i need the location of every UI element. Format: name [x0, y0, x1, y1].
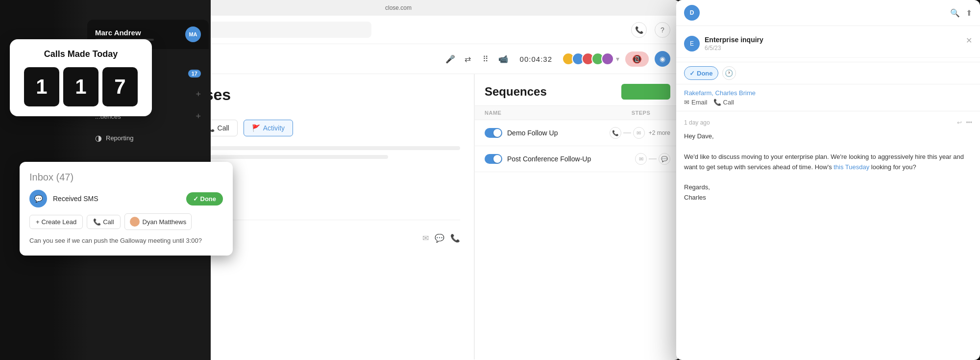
seq-step-phone: 📞 — [610, 127, 621, 139]
header-icons: 📞 ? — [631, 22, 670, 38]
calls-today-title: Calls Made Today — [20, 49, 142, 59]
email-body-meta: 1 day ago ↩ ••• — [684, 118, 972, 128]
inbox-count: (47) — [56, 172, 74, 182]
email-body-time: 1 day ago — [684, 118, 710, 128]
create-lead-btn[interactable]: + Create Lead — [29, 215, 83, 229]
sequences-add-btn[interactable] — [621, 84, 670, 100]
email-avatar: D — [684, 5, 700, 21]
seq-toggle-1[interactable] — [485, 128, 502, 138]
inbox-call-icon: 📞 — [93, 218, 101, 226]
end-call-btn[interactable]: 📵 — [625, 51, 649, 67]
digit-1: 1 — [24, 67, 59, 106]
sidebar-badge-17: 17 — [188, 70, 201, 77]
email-sign-off: Regards, — [684, 182, 972, 193]
email-tag-clock[interactable]: 🕐 — [722, 66, 736, 80]
transfer-btn[interactable]: ⇄ — [461, 52, 475, 66]
seq-name-2: Post Conference Follow-Up — [507, 155, 597, 163]
done-label: Done — [200, 195, 217, 203]
seq-col-name: NAME — [485, 110, 612, 116]
done-check-icon-2: ✓ — [689, 70, 695, 77]
seq-row-2: Post Conference Follow-Up ✉ 💬 — [475, 146, 680, 172]
inbox-call-label: Call — [103, 218, 114, 226]
email-list-avatar: E — [684, 36, 700, 51]
email-action-call[interactable]: 📞 Call — [713, 99, 734, 106]
email-body-text: We'd like to discuss moving to your ente… — [684, 152, 972, 173]
email-avatar-initial: D — [690, 9, 694, 16]
seq-step-chat-2: 💬 — [659, 153, 670, 165]
mute-btn[interactable]: 🎤 — [443, 52, 457, 66]
seq-step-line-2 — [649, 158, 657, 159]
seq-col-steps: STEPS — [612, 110, 670, 116]
call-label: Call — [218, 124, 229, 132]
email-body-line2: looking for you? — [869, 163, 916, 171]
email-sender-person: Charles Brime — [715, 89, 756, 97]
seq-steps-1: 📞 ✉ +2 more — [602, 127, 670, 139]
email-body: 1 day ago ↩ ••• Hey Dave, We'd like to d… — [676, 111, 980, 210]
digit-2: 1 — [63, 67, 98, 106]
inbox-title: Inbox — [29, 172, 56, 182]
email-search-icon[interactable]: 🔍 — [950, 8, 960, 18]
inbox-done-btn[interactable]: ✓ Done — [186, 192, 223, 206]
video-btn[interactable]: 📹 — [496, 52, 510, 66]
email-link[interactable]: this Tuesday — [833, 163, 869, 171]
email-action-email[interactable]: ✉ Email — [684, 99, 708, 106]
done-check-icon: ✓ — [193, 195, 198, 203]
sequences-panel: Sequences NAME STEPS Demo Follow Up 📞 ✉ … — [474, 74, 680, 360]
email-header-icons: 🔍 ⬆ — [950, 8, 972, 18]
email-share-icon[interactable]: ⬆ — [966, 8, 972, 18]
seq-table-header: NAME STEPS — [475, 105, 680, 120]
contact-phone-icon[interactable]: 📞 — [450, 233, 460, 243]
email-body-meta-icons: ↩ ••• — [957, 118, 972, 128]
inbox-actions: + Create Lead 📞 Call Dyan Matthews — [29, 213, 223, 230]
email-close-btn[interactable]: ✕ — [966, 36, 972, 45]
reporting-label: Reporting — [106, 134, 133, 142]
inbox-call-btn[interactable]: 📞 Call — [87, 215, 120, 229]
help-icon-btn[interactable]: ? — [655, 22, 670, 38]
inbox-panel: Inbox (47) 💬 Received SMS ✓ Done + Creat… — [20, 162, 233, 256]
seq-toggle-2[interactable] — [485, 154, 502, 164]
email-list-date: 6/5/23 — [705, 45, 961, 51]
email-action-email-icon: ✉ — [684, 99, 689, 106]
email-list-item[interactable]: E Enterprise inquiry 6/5/23 ✕ — [676, 30, 980, 58]
sidebar-plus-icon[interactable]: + — [196, 89, 201, 100]
email-action-email-label: Email — [691, 99, 708, 106]
email-list-initial: E — [690, 40, 694, 47]
activity-icon: 🚩 — [252, 124, 260, 132]
email-panel-header: D 🔍 ⬆ — [676, 0, 980, 26]
assignee-btn[interactable]: Dyan Matthews — [124, 213, 192, 230]
email-signer: Charles — [684, 193, 972, 203]
sidebar-plus-icon-2[interactable]: + — [196, 111, 201, 122]
circle-icon: ◉ — [660, 55, 665, 63]
seq-steps-more-1: +2 more — [649, 129, 670, 136]
marc-avatar: MA — [185, 26, 201, 42]
contact-chat-icon[interactable]: 💬 — [435, 233, 444, 243]
seq-steps-2: ✉ 💬 — [602, 153, 670, 165]
seq-step-email-2: ✉ — [635, 153, 647, 165]
grid-btn[interactable]: ⠿ — [479, 52, 492, 66]
participants-chevron[interactable]: ▾ — [616, 55, 619, 63]
reply-icon[interactable]: ↩ — [957, 118, 962, 128]
email-tag-done[interactable]: ✓ Done — [684, 66, 718, 80]
done-tag-label: Done — [697, 70, 713, 77]
avatar-group: ▾ — [562, 52, 619, 65]
email-action-call-icon: 📞 — [713, 99, 721, 106]
contact-email-icon[interactable]: ✉ — [422, 233, 429, 243]
digit-3: 7 — [102, 67, 138, 106]
more-icon[interactable]: ••• — [966, 118, 972, 128]
sidebar-reporting[interactable]: ◑ Reporting — [87, 128, 209, 149]
email-body-line1: We'd like to discuss moving to your ente… — [684, 153, 964, 171]
seq-name-1: Demo Follow Up — [507, 129, 597, 137]
phone-icon-btn[interactable]: 📞 — [631, 22, 647, 38]
email-action-call-label: Call — [723, 99, 734, 106]
email-action-links: ✉ Email 📞 Call — [684, 99, 972, 106]
email-greeting: Hey Dave, — [684, 131, 972, 142]
call-timer: 00:04:32 — [520, 55, 552, 63]
email-tags: ✓ Done 🕐 — [676, 62, 980, 84]
assignee-avatar — [130, 217, 140, 227]
email-list-content: Enterprise inquiry 6/5/23 — [705, 36, 961, 51]
activity-btn[interactable]: 🚩 Activity — [244, 120, 293, 136]
create-lead-label: Create Lead — [42, 218, 77, 226]
call-controls: 🎤 ⇄ ⠿ 📹 — [443, 52, 510, 66]
digit-display: 1 1 7 — [20, 67, 142, 106]
blue-circle-btn[interactable]: ◉ — [655, 51, 670, 67]
